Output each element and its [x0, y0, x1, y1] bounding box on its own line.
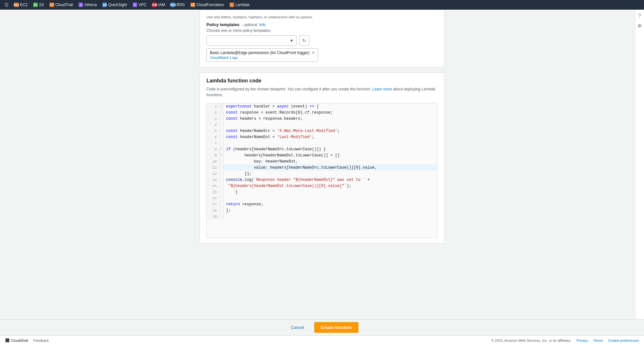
refresh-button[interactable]: ↻: [299, 35, 309, 46]
code-line: 19: [207, 213, 437, 219]
footer: ⬛ CloudShell Feedback © 2024, Amazon Web…: [0, 335, 644, 345]
nav-item-rds[interactable]: RDS RDS: [168, 2, 187, 8]
line-number: 1: [207, 103, 220, 109]
nav-label-athena: Athena: [84, 3, 97, 7]
terms-link[interactable]: Terms: [593, 339, 603, 342]
nav-item-cloudformation[interactable]: CF CloudFormation: [188, 2, 226, 8]
line-marker: [220, 183, 223, 189]
learn-more-link[interactable]: Learn more: [372, 87, 392, 91]
line-content: export const handler = async (event) => …: [223, 103, 437, 109]
nav-item-s3[interactable]: S3 S3: [31, 2, 46, 8]
line-content: const headerNameDst = 'Last-Modified';: [223, 134, 437, 140]
cookie-preferences-link[interactable]: Cookie preferences: [608, 339, 639, 342]
line-marker: *: [220, 146, 223, 152]
line-number: 19: [207, 213, 220, 219]
line-marker: *: [220, 152, 223, 158]
policy-label-row: Policy templates - optional Info: [206, 22, 438, 27]
lambda-icon: λ: [230, 3, 234, 7]
line-content: console.log(`Response header "${headerNa…: [223, 177, 437, 183]
policy-tag-header: Basic Lambda@Edge permissions (for Cloud…: [210, 51, 315, 55]
iam-icon: IAM: [152, 3, 157, 7]
nav-item-iam[interactable]: IAM IAM: [150, 2, 167, 8]
code-line: 18};: [207, 207, 437, 213]
line-number: 18: [207, 207, 220, 213]
line-marker: [220, 189, 223, 195]
line-number: 10: [207, 158, 220, 164]
line-content: }];: [223, 171, 437, 177]
nav-label-quicksight: QuickSight: [108, 3, 127, 7]
nav-item-athena[interactable]: A Athena: [76, 2, 99, 8]
nav-label-iam: IAM: [158, 3, 165, 7]
nav-item-ec2[interactable]: EC2 EC2: [12, 2, 30, 8]
line-marker: [220, 140, 223, 146]
line-marker: [220, 158, 223, 164]
line-marker: [220, 213, 223, 219]
line-content: [223, 213, 437, 219]
cloudshell-button[interactable]: ⬛ CloudShell: [5, 338, 28, 342]
line-marker: [220, 177, 223, 183]
code-line: 11 value: headers[headerNameSrc.toLowerC…: [207, 164, 437, 171]
code-line: 13 console.log(`Response header "${heade…: [207, 177, 437, 183]
line-number: 11: [207, 164, 220, 171]
code-line: 7: [207, 140, 437, 146]
bottom-action-bar: Cancel Create function: [0, 319, 644, 335]
policy-tag-name: Basic Lambda@Edge permissions (for Cloud…: [210, 51, 309, 55]
nav-label-s3: S3: [39, 3, 44, 7]
line-content: }: [223, 189, 437, 195]
line-number: 8: [207, 146, 220, 152]
code-line: 1*export const handler = async (event) =…: [207, 103, 437, 109]
cloudshell-label: CloudShell: [11, 339, 28, 342]
code-line: 3 const headers = response.headers;: [207, 116, 437, 122]
footer-right: © 2024, Amazon Web Services, Inc. or its…: [491, 339, 639, 342]
line-marker: *: [220, 103, 223, 109]
code-line: 17 return response;: [207, 201, 437, 207]
nav-item-cloudtrail[interactable]: CT CloudTrail: [47, 2, 75, 8]
line-number: 3: [207, 116, 220, 122]
line-marker: [220, 116, 223, 122]
line-number: 13: [207, 177, 220, 183]
line-content: const headerNameSrc = 'X-Amz-Meta-Last-M…: [223, 128, 437, 134]
nav-item-vpc[interactable]: V VPC: [130, 2, 149, 8]
sidebar-settings-icon[interactable]: ⚙: [637, 23, 643, 29]
policy-tag-sub: CloudWatch Logs: [210, 56, 315, 60]
line-number: 15: [207, 189, 220, 195]
line-number: 5: [207, 128, 220, 134]
feedback-link[interactable]: Feedback: [33, 339, 49, 342]
code-editor[interactable]: 1*export const handler = async (event) =…: [206, 103, 438, 238]
line-number: 9: [207, 152, 220, 158]
code-section-title: Lambda function code: [206, 78, 438, 84]
code-line: 5 const headerNameSrc = 'X-Amz-Meta-Last…: [207, 128, 437, 134]
cancel-button[interactable]: Cancel: [286, 322, 309, 332]
line-number: 4: [207, 122, 220, 128]
line-content: return response;: [223, 201, 437, 207]
line-content: const headers = response.headers;: [223, 116, 437, 122]
footer-left: ⬛ CloudShell Feedback: [5, 338, 49, 342]
line-number: 6: [207, 134, 220, 140]
nav-label-rds: RDS: [176, 3, 185, 7]
cloudshell-icon: ⬛: [5, 338, 10, 342]
line-content: `"${headers[headerNameDst.toLowerCase()]…: [223, 183, 437, 189]
policy-templates-dropdown[interactable]: ▼: [206, 35, 297, 46]
line-marker: [220, 201, 223, 207]
sidebar-help-icon[interactable]: ?: [637, 12, 643, 19]
nav-item-quicksight[interactable]: QS QuickSight: [100, 2, 129, 8]
code-line: 15 }: [207, 189, 437, 195]
create-function-button[interactable]: Create function: [314, 322, 358, 333]
code-line: 6 const headerNameDst = 'Last-Modified';: [207, 134, 437, 140]
line-marker: [220, 164, 223, 171]
line-number: 12: [207, 171, 220, 177]
dropdown-row: ▼ ↻: [206, 35, 438, 46]
cloudformation-icon: CF: [191, 3, 195, 7]
code-line: 8* if (headers[headerNameSrc.toLowerCase…: [207, 146, 437, 152]
nav-item-lambda[interactable]: λ Lambda: [227, 2, 251, 8]
line-marker: [220, 109, 223, 116]
line-number: 17: [207, 201, 220, 207]
line-content: [223, 122, 437, 128]
info-link[interactable]: Info: [259, 23, 266, 27]
privacy-link[interactable]: Privacy: [577, 339, 588, 342]
line-marker: [220, 207, 223, 213]
line-number: 16: [207, 195, 220, 201]
close-policy-tag-button[interactable]: ×: [312, 51, 315, 55]
policy-section: Use only letters, numbers, hyphens, or u…: [200, 10, 444, 67]
hamburger-icon[interactable]: ☰: [3, 2, 11, 7]
